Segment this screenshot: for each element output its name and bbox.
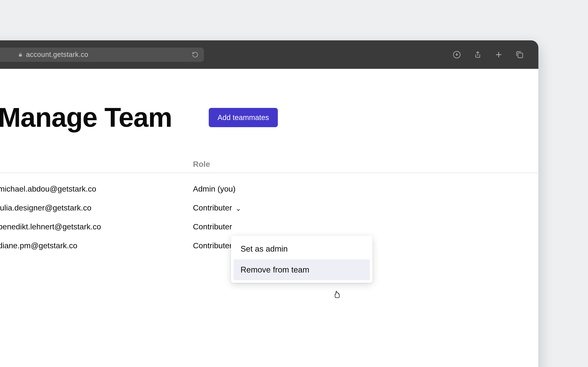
share-icon[interactable] bbox=[474, 51, 482, 59]
role-label: Contributer bbox=[193, 203, 232, 212]
table-row: benedikt.lehnert@getstark.co Contributer bbox=[0, 217, 538, 236]
new-tab-icon[interactable] bbox=[495, 51, 503, 59]
url-text: account.getstark.co bbox=[26, 51, 88, 58]
browser-chrome: account.getstark.co bbox=[0, 40, 538, 69]
chevron-down-icon bbox=[236, 205, 241, 210]
table-row: julia.designer@getstark.co Contributer bbox=[0, 198, 538, 217]
email-cell: diane.pm@getstark.co bbox=[0, 241, 193, 250]
downloads-icon[interactable] bbox=[453, 51, 461, 59]
address-bar[interactable]: account.getstark.co bbox=[0, 48, 204, 62]
role-label: Contributer bbox=[193, 241, 232, 250]
table-header: Role bbox=[0, 160, 538, 173]
role-dropdown-menu: Set as admin Remove from team bbox=[231, 236, 372, 283]
role-label: Contributer bbox=[193, 222, 232, 231]
role-dropdown[interactable]: Contributer bbox=[193, 241, 232, 250]
refresh-icon[interactable] bbox=[192, 51, 199, 58]
email-cell: julia.designer@getstark.co bbox=[0, 203, 193, 212]
set-as-admin-item[interactable]: Set as admin bbox=[233, 238, 370, 259]
remove-from-team-item[interactable]: Remove from team bbox=[233, 259, 370, 280]
email-cell: michael.abdou@getstark.co bbox=[0, 184, 193, 193]
toolbar-right bbox=[453, 51, 529, 59]
tabs-icon[interactable] bbox=[516, 51, 524, 59]
page-content: Manage Team Add teammates Role michael.a… bbox=[0, 69, 538, 255]
page-title: Manage Team bbox=[0, 102, 172, 133]
role-dropdown[interactable]: Contributer bbox=[193, 203, 241, 212]
page-header: Manage Team Add teammates bbox=[0, 102, 538, 133]
browser-window: account.getstark.co bbox=[0, 40, 538, 367]
email-cell: benedikt.lehnert@getstark.co bbox=[0, 222, 193, 231]
add-teammates-button[interactable]: Add teammates bbox=[209, 108, 278, 127]
cursor-icon bbox=[334, 291, 341, 300]
role-column-header: Role bbox=[193, 160, 210, 169]
role-cell: Admin (you) bbox=[193, 184, 236, 193]
svg-rect-5 bbox=[518, 53, 523, 58]
table-row: michael.abdou@getstark.co Admin (you) bbox=[0, 179, 538, 198]
role-label: Admin (you) bbox=[193, 184, 236, 193]
lock-icon bbox=[18, 52, 23, 57]
role-dropdown[interactable]: Contributer bbox=[193, 222, 232, 231]
